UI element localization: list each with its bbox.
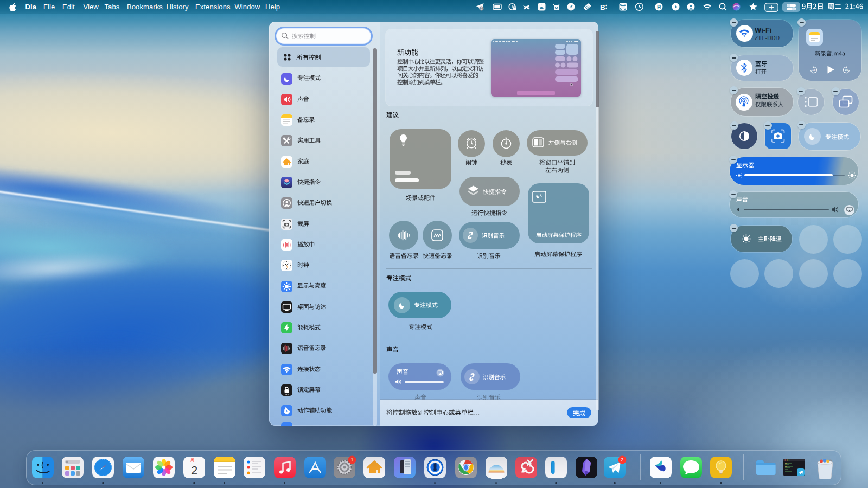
svg-text:B: B: [600, 3, 605, 11]
svg-text:15: 15: [845, 68, 848, 72]
svg-text:2: 2: [621, 457, 623, 463]
svg-text:2: 2: [191, 464, 197, 477]
svg-text:1: 1: [350, 457, 353, 463]
svg-text:15: 15: [812, 68, 816, 72]
svg-text:2: 2: [480, 6, 482, 11]
